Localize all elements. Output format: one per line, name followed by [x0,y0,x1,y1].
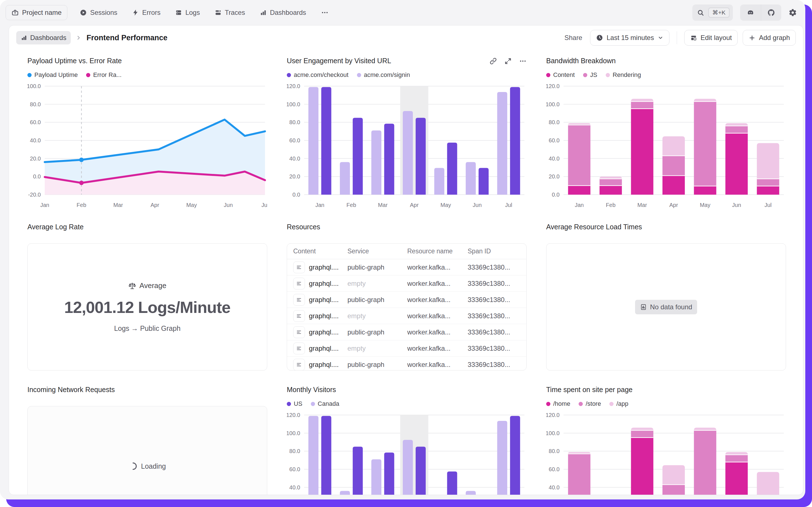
legend-dot [546,402,550,406]
log-lines-icon [293,310,305,322]
nav-item-sessions[interactable]: Sessions [80,9,117,16]
svg-text:40.0: 40.0 [549,156,560,162]
add-graph-button[interactable]: Add graph [743,30,796,46]
table-row[interactable]: graphql.... public-graph worker.kafka...… [287,259,526,275]
chart-title: Incoming Network Requests [27,386,115,394]
svg-text:80.0: 80.0 [30,101,41,107]
search-shortcut-badge: ⌘+K [708,8,729,18]
legend-item[interactable]: Content [546,71,575,78]
log-lines-icon [293,343,305,354]
nav-item-dashboards[interactable]: Dashboards [260,9,306,16]
legend-label: US [294,400,302,407]
nav-item-more[interactable] [321,9,329,16]
svg-text:80.0: 80.0 [289,119,300,125]
section-average-resource-load-times: Average Resource Load Times No data foun… [546,223,786,371]
github-button[interactable] [761,9,781,16]
column-header-span-id[interactable]: Span ID [467,247,526,255]
search-button[interactable]: ⌘+K [692,4,733,21]
bar-chart-icon [21,35,27,41]
layout-icon [690,35,697,41]
legend-item[interactable]: /store [579,400,601,407]
service-value: public-graph [348,328,407,336]
legend-label: acme.com/checkout [294,71,349,78]
settings-button[interactable] [789,8,797,17]
balance-scale-icon [128,282,136,290]
span-id-value: 33369c1380... [467,344,526,352]
content-cell: graphql.... [287,343,348,354]
nav-item-traces[interactable]: Traces [214,9,245,16]
nav-label: Traces [225,9,245,16]
svg-text:0.0: 0.0 [292,191,300,198]
legend-dot [583,73,587,77]
span-id-value: 33369c1380... [467,328,526,336]
legend-item[interactable]: acme.com/signin [357,71,410,78]
top-navigation-bar: Project name Sessions Errors Logs [0,0,805,25]
ellipsis-icon[interactable] [519,57,526,65]
content-value: graphql.... [309,328,339,336]
legend-item[interactable]: /home [546,400,570,407]
nav-item-errors[interactable]: Errors [132,9,161,16]
column-header-resource-name[interactable]: Resource name [407,247,467,255]
legend-item[interactable]: Rendering [606,71,641,78]
legend-item[interactable]: Canada [311,400,339,407]
discord-button[interactable] [740,9,761,16]
nav-right-cluster: ⌘+K [692,4,797,21]
svg-text:20.0: 20.0 [30,156,41,162]
share-button[interactable]: Share [562,32,585,44]
legend-label: Payload Uptime [35,71,78,78]
column-header-content[interactable]: Content [287,247,348,255]
chart-title: Average Log Rate [27,223,83,231]
svg-text:0.0: 0.0 [552,191,560,198]
service-value: empty [348,312,407,320]
table-row[interactable]: graphql.... public-graph worker.kafka...… [287,356,526,371]
legend-dot [86,73,90,77]
legend-item[interactable]: /app [609,400,628,407]
chart-title: User Engagement by Visited URL [287,57,391,65]
legend-label: /home [553,400,570,407]
section-bandwidth-breakdown: Bandwidth Breakdown ContentJSRendering 1… [546,57,786,214]
content-cell: graphql.... [287,262,348,273]
svg-text:120.0: 120.0 [546,412,560,418]
legend-item[interactable]: US [287,400,302,407]
search-icon [697,9,704,16]
svg-text:Jul: Jul [261,202,267,208]
table-row[interactable]: graphql.... public-graph worker.kafka...… [287,292,526,308]
nav-items: Sessions Errors Logs Traces [80,9,329,16]
expand-icon[interactable] [504,57,512,65]
svg-text:60.0: 60.0 [289,466,300,472]
edit-layout-button[interactable]: Edit layout [684,30,738,46]
svg-text:Apr: Apr [669,202,678,208]
time-range-dropdown[interactable]: Last 15 minutes [590,30,669,46]
nav-item-logs[interactable]: Logs [175,9,200,16]
svg-text:Apr: Apr [150,202,159,208]
table-row[interactable]: graphql.... empty worker.kafka... 33369c… [287,275,526,292]
legend-item[interactable]: Payload Uptime [27,71,78,78]
content-value: graphql.... [309,361,339,369]
chart-title: Average Resource Load Times [546,223,642,231]
legend-item[interactable]: JS [583,71,597,78]
metric-card: Average 12,001.12 Logs/Minute Logs → Pub… [27,243,267,371]
legend-item[interactable]: acme.com/checkout [287,71,349,78]
svg-text:40.0: 40.0 [549,484,560,491]
column-header-service[interactable]: Service [348,247,407,255]
table-row[interactable]: graphql.... empty worker.kafka... 33369c… [287,340,526,356]
content-cell: graphql.... [287,278,348,289]
svg-text:Apr: Apr [410,202,419,208]
breadcrumb-dashboards[interactable]: Dashboards [16,31,71,45]
page-title: Frontend Performance [86,34,168,42]
project-switcher-button[interactable]: Project name [6,5,67,20]
svg-text:60.0: 60.0 [289,137,300,144]
svg-text:80.0: 80.0 [549,448,560,454]
dashboard-header: Dashboards Frontend Performance Share La… [9,25,803,50]
link-icon[interactable] [489,57,497,65]
section-resources: Resources Content Service Resource name … [287,223,526,371]
svg-text:Jun: Jun [473,202,482,208]
chevron-down-icon [658,35,664,41]
resource-name-value: worker.kafka... [407,328,467,336]
span-id-value: 33369c1380... [467,312,526,320]
table-row[interactable]: graphql.... empty worker.kafka... 33369c… [287,308,526,324]
table-row[interactable]: graphql.... public-graph worker.kafka...… [287,324,526,340]
line-chart-payload-uptime: 100.080.060.040.020.00.0-20.0JanFebMarAp… [27,83,267,214]
legend-item[interactable]: Error Ra... [86,71,121,78]
svg-text:Feb: Feb [347,202,356,208]
